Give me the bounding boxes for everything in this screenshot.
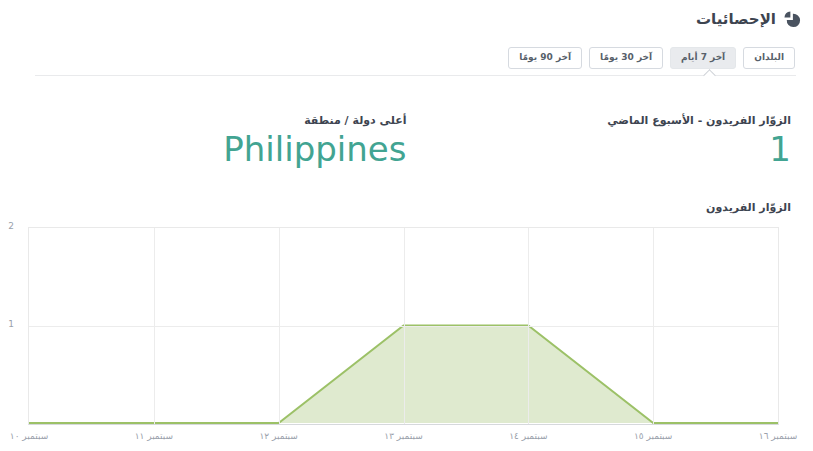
stat-unique-visitors: الزوّار الفريدون - الأسبوع الماضي 1 <box>407 114 792 168</box>
stats-row: الزوّار الفريدون - الأسبوع الماضي 1 أعلى… <box>0 114 813 168</box>
x-tick-label: سبتمبر ١٤ <box>509 431 547 441</box>
y-tick-label: 2 <box>0 221 22 231</box>
countries-button[interactable]: البلدان <box>743 47 795 69</box>
x-tick-label: سبتمبر ١٦ <box>759 431 797 441</box>
x-axis-labels: سبتمبر ١٠سبتمبر ١١سبتمبر ١٢سبتمبر ١٣سبتم… <box>28 431 779 445</box>
horizontal-gridline <box>29 326 778 327</box>
x-tick-label: سبتمبر ١٣ <box>384 431 422 441</box>
x-tick-label: سبتمبر ١٠ <box>10 431 48 441</box>
x-tick-label: سبتمبر ١٥ <box>634 431 672 441</box>
x-tick-label: سبتمبر ١٢ <box>259 431 297 441</box>
last-7-days-button[interactable]: آخر 7 أيام <box>670 47 736 69</box>
unique-visitors-area-chart <box>28 227 779 425</box>
selected-tab-caret <box>703 69 716 82</box>
statistics-page: الإحصائيات البلدانآخر 7 أيامآخر 30 يومًا… <box>0 0 813 451</box>
chart-title: الزوّار الفريدون <box>706 201 791 214</box>
page-title: الإحصائيات <box>696 10 776 28</box>
last-90-days-button[interactable]: آخر 90 يومًا <box>508 47 582 69</box>
stat-top-country: أعلى دولة / منطقة Philippines <box>22 114 407 168</box>
pie-chart-icon <box>783 10 801 28</box>
stat-label: الزوّار الفريدون - الأسبوع الماضي <box>407 114 792 127</box>
x-tick-label: سبتمبر ١١ <box>135 431 173 441</box>
time-range-toolbar: البلدانآخر 7 أيامآخر 30 يومًاآخر 90 يومً… <box>508 47 795 69</box>
stat-value: 1 <box>407 132 792 168</box>
stat-label: أعلى دولة / منطقة <box>22 114 407 127</box>
toolbar-divider <box>35 75 796 76</box>
last-30-days-button[interactable]: آخر 30 يومًا <box>589 47 663 69</box>
stat-value: Philippines <box>22 132 407 168</box>
y-tick-label: 1 <box>0 319 22 329</box>
page-header: الإحصائيات <box>696 10 801 28</box>
